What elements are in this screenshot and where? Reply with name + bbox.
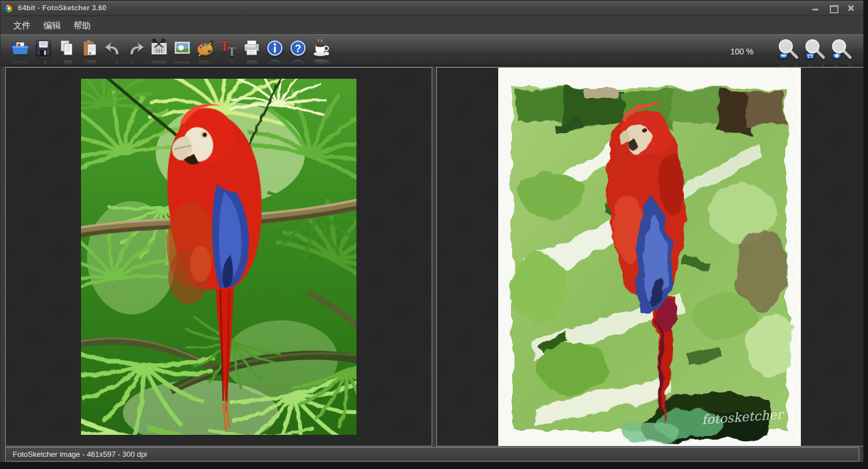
statusbar: FotoSketcher image - 461x597 - 300 dpi: [5, 447, 859, 461]
zoom-level-label: 100 %: [730, 47, 753, 56]
app-logo-icon: [4, 3, 14, 13]
save-image-icon: [34, 39, 53, 57]
zoom-out-button[interactable]: [775, 37, 802, 65]
add-text-button[interactable]: T T: [217, 37, 240, 64]
original-image-panel: [5, 67, 432, 446]
menu-file[interactable]: 文件: [8, 19, 36, 33]
zoom-actual-size-button[interactable]: 1:1: [802, 37, 829, 65]
redo-button[interactable]: [124, 37, 148, 64]
donate-coffee-icon: [312, 39, 330, 57]
undo-button[interactable]: [101, 37, 124, 64]
menu-help[interactable]: 帮助: [68, 19, 96, 33]
drawing-parameters-button[interactable]: [194, 37, 217, 64]
menubar: 文件 编辑 帮助: [1, 17, 863, 34]
print-icon: [242, 39, 261, 57]
zoom-in-icon: [830, 38, 854, 61]
titlebar[interactable]: 64bit - FotoSketcher 3.60: [1, 1, 863, 16]
zoom-out-icon: [777, 38, 800, 61]
add-text-icon: T T: [219, 39, 238, 57]
workspace: fotosketcher: [5, 67, 864, 446]
undo-icon: [104, 39, 122, 57]
window-title: 64bit - FotoSketcher 3.60: [18, 4, 106, 12]
minimize-button[interactable]: [811, 4, 821, 12]
status-text: FotoSketcher image - 461x597 - 300 dpi: [13, 450, 147, 459]
open-image-icon: [11, 39, 30, 57]
paste-icon: [80, 39, 99, 57]
zoom-actual-size-icon: 1:1: [804, 38, 827, 61]
window-edge-bottom: [0, 462, 868, 469]
paste-button[interactable]: [78, 37, 101, 64]
help-icon: ?: [289, 39, 307, 57]
help-button[interactable]: ?: [286, 37, 310, 64]
drawing-parameters-icon: [196, 39, 215, 57]
donate-coffee-button[interactable]: [310, 37, 333, 64]
close-button[interactable]: [846, 4, 855, 12]
maximize-button[interactable]: [829, 4, 838, 12]
zoom-in-button[interactable]: [829, 37, 855, 65]
fotosketcher-app: 64bit - FotoSketcher 3.60 文件 编辑 帮助: [0, 0, 868, 469]
copy-icon: [57, 39, 76, 57]
image-parameters-icon: [173, 39, 192, 57]
copy-button[interactable]: [55, 37, 78, 64]
painted-image: fotosketcher: [498, 68, 801, 446]
window-edge-right: [863, 0, 868, 469]
info-button[interactable]: [263, 37, 286, 64]
info-icon: [266, 39, 284, 57]
print-button[interactable]: [240, 37, 263, 64]
crop-image-button[interactable]: [148, 37, 171, 64]
redo-icon: [127, 39, 145, 57]
original-photo: [81, 79, 356, 435]
zoom-buttons: 1:1: [775, 37, 855, 65]
main-window: 64bit - FotoSketcher 3.60 文件 编辑 帮助: [0, 0, 863, 462]
toolbar: T T: [1, 34, 863, 66]
image-parameters-button[interactable]: [171, 37, 194, 64]
crop-image-icon: [150, 39, 168, 57]
painted-image-panel: fotosketcher: [436, 67, 864, 446]
svg-text:1:1: 1:1: [807, 54, 813, 58]
window-controls: [811, 4, 863, 12]
menu-edit[interactable]: 编辑: [38, 19, 66, 33]
save-image-button[interactable]: [32, 37, 55, 64]
open-image-button[interactable]: [9, 37, 32, 64]
svg-text:T: T: [228, 46, 236, 57]
svg-text:?: ?: [295, 43, 301, 54]
